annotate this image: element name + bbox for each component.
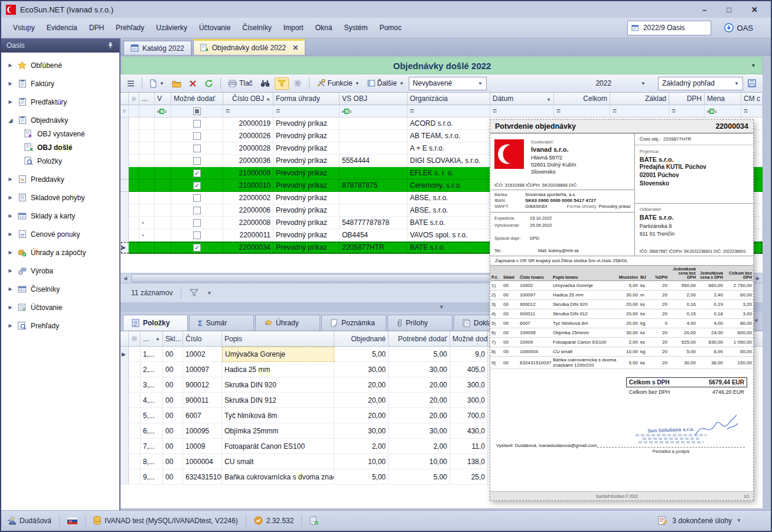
column-header-cislo-obj[interactable]: Číslo OBJ▲ — [223, 93, 273, 105]
search-button[interactable] — [258, 77, 273, 90]
open-record-button[interactable] — [169, 77, 184, 90]
mozne-dodat-checkbox[interactable] — [193, 169, 201, 177]
scroll-left-icon[interactable]: ◀ — [120, 276, 130, 281]
filter-datum[interactable]: = — [490, 105, 554, 117]
tab-poznamka[interactable]: Poznámka — [321, 315, 386, 331]
sidebar-item-prehlady[interactable]: ▶Prehľady — [1, 319, 119, 332]
items-column-num[interactable]: ...▲ — [141, 331, 163, 346]
filter-mena[interactable]: aBc — [705, 105, 741, 117]
mozne-dodat-checkbox[interactable] — [193, 207, 201, 214]
sidebar-item-skladove-pohyby[interactable]: ▶Skladové pohyby — [1, 191, 119, 204]
save-view-button[interactable] — [745, 77, 759, 90]
items-gear-icon[interactable] — [129, 331, 141, 346]
menu-item[interactable]: Vstupy — [7, 21, 41, 34]
column-header-mena[interactable]: Mena — [705, 93, 741, 105]
flag-sk-icon[interactable] — [67, 517, 77, 524]
layout-menu-button[interactable] — [124, 78, 138, 89]
sidebar-item-ciselniky[interactable]: ▶Číselníky — [1, 282, 119, 296]
popis-cell[interactable]: Tyč hliníková 8m — [222, 408, 334, 423]
sidebar-item-cenove-ponuky[interactable]: ▶77Cenové ponuky — [1, 227, 119, 241]
items-column-mozne-dodat[interactable]: Možné doda — [450, 331, 488, 346]
pin-icon[interactable] — [107, 42, 114, 49]
grid-settings-button[interactable] — [291, 77, 305, 90]
period-input[interactable] — [642, 23, 707, 32]
popis-cell[interactable]: Objímka 25mmm — [222, 423, 334, 439]
filter-cislo[interactable]: = — [223, 105, 273, 117]
grid-gear-icon[interactable] — [129, 93, 139, 105]
column-header-cm[interactable]: CM c — [741, 93, 763, 105]
filter-cm[interactable]: = — [741, 105, 763, 117]
status-filter-combo[interactable]: Nevybavené▼ — [409, 77, 487, 90]
status-database[interactable]: IVANAD test (MySQL/IVANADtest, V2246) — [93, 516, 238, 525]
title-dropdown-icon[interactable]: ▼ — [751, 63, 756, 68]
filter-dph[interactable]: = — [669, 105, 705, 117]
scroll-right-icon[interactable]: ▶ — [753, 276, 763, 281]
tab-prilohy[interactable]: Prílohy — [387, 315, 452, 331]
filter-celkom[interactable]: = — [554, 105, 610, 117]
mozne-dodat-checkbox[interactable] — [193, 219, 201, 227]
minimize-button[interactable]: – — [702, 5, 706, 14]
sidebar-item-uctovanie[interactable]: ▶#Účtovanie — [1, 301, 119, 314]
functions-button[interactable]: Funkcie▼ — [314, 77, 363, 90]
sidebar-item-faktury[interactable]: ▶Faktúry — [1, 77, 119, 90]
column-header-zaklad[interactable]: Základ — [610, 93, 669, 105]
filter-v[interactable]: aBc — [155, 105, 171, 117]
mozne-dodat-checkbox[interactable] — [193, 145, 201, 152]
filter-zaklad[interactable]: = — [610, 105, 669, 117]
tab-objednavky-dosle[interactable]: Objednávky došlé 2022 ✕ — [193, 39, 305, 55]
popis-cell[interactable]: Skrutka DIN 912 — [222, 393, 334, 408]
filter-org[interactable]: = — [408, 105, 490, 117]
filter-dropdown-icon[interactable]: ▼ — [207, 291, 211, 296]
tab-close-icon[interactable]: ✕ — [292, 44, 298, 52]
column-header-dph[interactable]: DPH — [669, 93, 705, 105]
items-column-objednane[interactable]: Objednané — [334, 331, 389, 346]
calculator-check-icon[interactable] — [310, 516, 318, 525]
popis-cell[interactable]: Fotoaparát Canon ES100 — [222, 439, 334, 454]
column-header-vs-obj[interactable]: VS OBJ — [340, 93, 408, 105]
tab-katalog[interactable]: Katalóg 2022 — [123, 41, 191, 55]
column-header-mozne-dodat[interactable]: Možné dodať — [171, 93, 223, 105]
sidebar-item-predfaktury[interactable]: ▶Predfaktúry — [1, 95, 119, 109]
view-combo[interactable]: Základný pohľad▼ — [658, 77, 743, 90]
tab-polozky[interactable]: Položky — [123, 315, 188, 331]
filter-button[interactable] — [275, 77, 289, 90]
refresh-button[interactable] — [201, 77, 216, 90]
menu-item[interactable]: Účtovanie — [193, 21, 236, 34]
items-column-popis[interactable]: Popis — [222, 331, 334, 346]
menu-item[interactable]: Pomoc — [373, 21, 407, 34]
column-header-organizacia[interactable]: Organizácia — [408, 93, 490, 105]
menu-item[interactable]: Číselníky — [236, 21, 277, 34]
filter-vs[interactable]: aBc — [340, 105, 408, 117]
sidebar-item-vyroba[interactable]: ▶Výroba — [1, 264, 119, 278]
filter-forma[interactable]: = — [273, 105, 340, 117]
status-user[interactable]: Dudášová — [7, 516, 51, 525]
year-combo[interactable]: 2022▼ — [591, 79, 650, 87]
column-header-forma-uhrady[interactable]: Forma úhrady — [273, 93, 340, 105]
menu-item[interactable]: Uzávierky — [150, 21, 193, 34]
maximize-button[interactable]: □ — [727, 5, 731, 14]
filter-pin-icon[interactable] — [120, 105, 129, 117]
popis-cell[interactable]: CU smalt — [222, 454, 334, 469]
popis-cell[interactable]: Baňka cukrovarnícka s dvoma značkami 120… — [222, 469, 334, 485]
sidebar-item-sklady-a-karty[interactable]: ▶Sklady a karty — [1, 209, 119, 223]
popis-cell[interactable]: Umývačka Gorenje — [222, 347, 334, 362]
menu-item[interactable]: Systém — [338, 21, 373, 34]
mozne-dodat-checkbox[interactable] — [193, 157, 201, 165]
sidebar-item-preddavky[interactable]: ▶%Preddavky — [1, 172, 119, 186]
column-header-celkom[interactable]: Celkom — [554, 93, 610, 105]
tab-sumar[interactable]: ΣSumár — [189, 315, 254, 331]
mozne-dodat-checkbox[interactable] — [193, 132, 201, 140]
sidebar-item-obj-vystavene[interactable]: OBJ vystavené — [1, 127, 119, 141]
filter-mozne-dodat[interactable] — [171, 105, 223, 117]
delete-record-button[interactable] — [186, 77, 200, 90]
mozne-dodat-checkbox[interactable] — [193, 194, 201, 202]
menu-item[interactable]: Evidencia — [41, 21, 83, 34]
column-header-v[interactable]: V — [155, 93, 171, 105]
more-button[interactable]: Ďalšie▼ — [364, 77, 407, 90]
tabs-overflow-icon[interactable]: ▼ — [754, 318, 759, 324]
order-confirmation-preview[interactable]: Potvrdenie objednávky 22000034 Dodávateľ… — [490, 119, 754, 501]
print-button[interactable]: Tlač — [225, 77, 256, 90]
menu-item[interactable]: Prehľady — [110, 21, 150, 34]
sidebar-item-obj-dosle[interactable]: OBJ došlé — [1, 141, 119, 154]
period-selector[interactable] — [627, 21, 711, 35]
